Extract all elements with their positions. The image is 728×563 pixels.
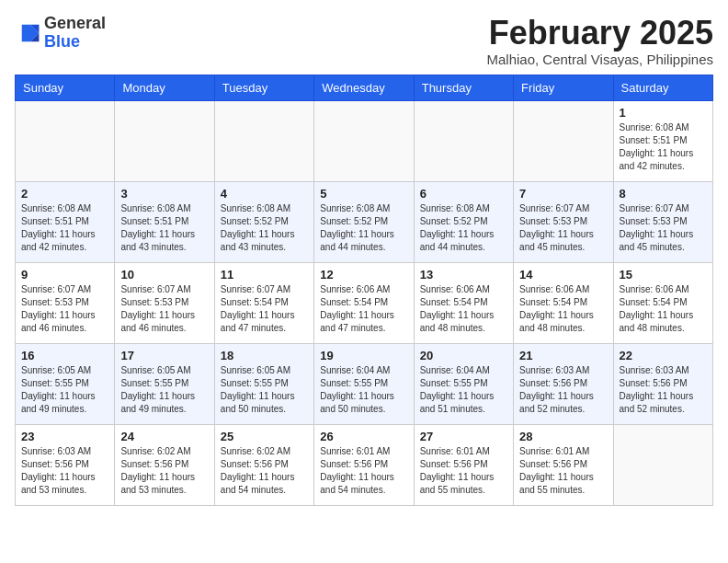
calendar-cell: 27Sunrise: 6:01 AMSunset: 5:56 PMDayligh… bbox=[414, 424, 513, 505]
day-number: 19 bbox=[320, 349, 407, 362]
calendar-cell bbox=[314, 100, 414, 181]
day-number: 10 bbox=[120, 268, 208, 282]
day-info: Sunrise: 6:06 AMSunset: 5:54 PMDaylight:… bbox=[320, 283, 407, 335]
day-info: Sunrise: 6:02 AMSunset: 5:56 PMDaylight:… bbox=[221, 445, 308, 497]
weekday-header-friday: Friday bbox=[514, 75, 613, 100]
calendar-week-row: 16Sunrise: 6:05 AMSunset: 5:55 PMDayligh… bbox=[16, 343, 713, 424]
title-block: February 2025 Malhiao, Central Visayas, … bbox=[486, 15, 713, 67]
day-info: Sunrise: 6:04 AMSunset: 5:55 PMDaylight:… bbox=[320, 364, 407, 416]
day-info: Sunrise: 6:05 AMSunset: 5:55 PMDaylight:… bbox=[221, 364, 308, 416]
day-info: Sunrise: 6:06 AMSunset: 5:54 PMDaylight:… bbox=[519, 283, 607, 335]
day-number: 8 bbox=[620, 187, 707, 201]
calendar-cell: 2Sunrise: 6:08 AMSunset: 5:51 PMDaylight… bbox=[16, 181, 115, 262]
calendar-cell: 3Sunrise: 6:08 AMSunset: 5:51 PMDaylight… bbox=[115, 181, 214, 262]
day-number: 18 bbox=[221, 349, 308, 362]
day-info: Sunrise: 6:06 AMSunset: 5:54 PMDaylight:… bbox=[620, 283, 707, 335]
day-number: 4 bbox=[221, 187, 308, 201]
day-info: Sunrise: 6:08 AMSunset: 5:52 PMDaylight:… bbox=[221, 202, 308, 254]
weekday-header-tuesday: Tuesday bbox=[214, 75, 313, 100]
day-number: 7 bbox=[519, 187, 607, 201]
day-info: Sunrise: 6:01 AMSunset: 5:56 PMDaylight:… bbox=[420, 445, 507, 497]
logo-general: General bbox=[44, 14, 106, 32]
day-number: 2 bbox=[21, 187, 108, 201]
weekday-header-monday: Monday bbox=[115, 75, 214, 100]
day-info: Sunrise: 6:07 AMSunset: 5:53 PMDaylight:… bbox=[519, 202, 607, 254]
day-number: 9 bbox=[21, 268, 108, 282]
day-info: Sunrise: 6:01 AMSunset: 5:56 PMDaylight:… bbox=[519, 445, 607, 497]
day-info: Sunrise: 6:08 AMSunset: 5:51 PMDaylight:… bbox=[120, 202, 208, 254]
day-number: 5 bbox=[320, 187, 407, 201]
day-info: Sunrise: 6:05 AMSunset: 5:55 PMDaylight:… bbox=[120, 364, 208, 416]
calendar-cell: 23Sunrise: 6:03 AMSunset: 5:56 PMDayligh… bbox=[16, 424, 115, 505]
calendar-cell: 10Sunrise: 6:07 AMSunset: 5:53 PMDayligh… bbox=[115, 262, 214, 343]
calendar-cell: 8Sunrise: 6:07 AMSunset: 5:53 PMDaylight… bbox=[613, 181, 712, 262]
logo: General Blue bbox=[15, 15, 106, 52]
logo-blue: Blue bbox=[44, 32, 80, 51]
calendar-cell: 6Sunrise: 6:08 AMSunset: 5:52 PMDaylight… bbox=[414, 181, 513, 262]
day-number: 12 bbox=[320, 268, 407, 282]
day-number: 23 bbox=[21, 430, 108, 443]
calendar-cell: 25Sunrise: 6:02 AMSunset: 5:56 PMDayligh… bbox=[214, 424, 313, 505]
calendar-cell: 5Sunrise: 6:08 AMSunset: 5:52 PMDaylight… bbox=[314, 181, 414, 262]
day-number: 28 bbox=[519, 430, 607, 443]
calendar-cell: 19Sunrise: 6:04 AMSunset: 5:55 PMDayligh… bbox=[314, 343, 414, 424]
calendar-cell: 4Sunrise: 6:08 AMSunset: 5:52 PMDaylight… bbox=[214, 181, 313, 262]
day-info: Sunrise: 6:01 AMSunset: 5:56 PMDaylight:… bbox=[320, 445, 407, 497]
calendar-cell: 18Sunrise: 6:05 AMSunset: 5:55 PMDayligh… bbox=[214, 343, 313, 424]
weekday-header-row: SundayMondayTuesdayWednesdayThursdayFrid… bbox=[16, 75, 713, 100]
day-number: 25 bbox=[221, 430, 308, 443]
day-info: Sunrise: 6:07 AMSunset: 5:53 PMDaylight:… bbox=[120, 283, 208, 335]
calendar-cell bbox=[514, 100, 613, 181]
calendar-cell: 28Sunrise: 6:01 AMSunset: 5:56 PMDayligh… bbox=[514, 424, 613, 505]
day-info: Sunrise: 6:07 AMSunset: 5:54 PMDaylight:… bbox=[221, 283, 308, 335]
day-info: Sunrise: 6:08 AMSunset: 5:51 PMDaylight:… bbox=[620, 121, 707, 173]
logo-text: General Blue bbox=[44, 15, 106, 52]
calendar-table: SundayMondayTuesdayWednesdayThursdayFrid… bbox=[15, 75, 713, 506]
calendar-cell bbox=[613, 424, 712, 505]
day-number: 21 bbox=[519, 349, 607, 362]
calendar-cell: 16Sunrise: 6:05 AMSunset: 5:55 PMDayligh… bbox=[16, 343, 115, 424]
calendar-week-row: 2Sunrise: 6:08 AMSunset: 5:51 PMDaylight… bbox=[16, 181, 713, 262]
day-info: Sunrise: 6:04 AMSunset: 5:55 PMDaylight:… bbox=[420, 364, 507, 416]
calendar-cell: 20Sunrise: 6:04 AMSunset: 5:55 PMDayligh… bbox=[414, 343, 513, 424]
day-number: 14 bbox=[519, 268, 607, 282]
calendar-cell: 7Sunrise: 6:07 AMSunset: 5:53 PMDaylight… bbox=[514, 181, 613, 262]
day-info: Sunrise: 6:03 AMSunset: 5:56 PMDaylight:… bbox=[620, 364, 707, 416]
day-number: 27 bbox=[420, 430, 507, 443]
calendar-cell bbox=[16, 100, 115, 181]
day-number: 3 bbox=[120, 187, 208, 201]
day-info: Sunrise: 6:07 AMSunset: 5:53 PMDaylight:… bbox=[21, 283, 108, 335]
day-number: 15 bbox=[620, 268, 707, 282]
weekday-header-sunday: Sunday bbox=[16, 75, 115, 100]
logo-icon bbox=[15, 20, 40, 46]
day-number: 22 bbox=[620, 349, 707, 362]
calendar-cell: 21Sunrise: 6:03 AMSunset: 5:56 PMDayligh… bbox=[514, 343, 613, 424]
calendar-week-row: 23Sunrise: 6:03 AMSunset: 5:56 PMDayligh… bbox=[16, 424, 713, 505]
calendar-cell: 15Sunrise: 6:06 AMSunset: 5:54 PMDayligh… bbox=[613, 262, 712, 343]
calendar-cell: 12Sunrise: 6:06 AMSunset: 5:54 PMDayligh… bbox=[314, 262, 414, 343]
location: Malhiao, Central Visayas, Philippines bbox=[486, 52, 713, 67]
day-number: 1 bbox=[620, 106, 707, 120]
day-number: 6 bbox=[420, 187, 507, 201]
calendar-cell: 26Sunrise: 6:01 AMSunset: 5:56 PMDayligh… bbox=[314, 424, 414, 505]
calendar-cell: 1Sunrise: 6:08 AMSunset: 5:51 PMDaylight… bbox=[613, 100, 712, 181]
day-info: Sunrise: 6:02 AMSunset: 5:56 PMDaylight:… bbox=[120, 445, 208, 497]
weekday-header-wednesday: Wednesday bbox=[314, 75, 414, 100]
calendar-cell bbox=[214, 100, 313, 181]
calendar-cell bbox=[414, 100, 513, 181]
day-number: 16 bbox=[21, 349, 108, 362]
day-info: Sunrise: 6:03 AMSunset: 5:56 PMDaylight:… bbox=[21, 445, 108, 497]
calendar-cell: 17Sunrise: 6:05 AMSunset: 5:55 PMDayligh… bbox=[115, 343, 214, 424]
calendar-cell bbox=[115, 100, 214, 181]
calendar-cell: 11Sunrise: 6:07 AMSunset: 5:54 PMDayligh… bbox=[214, 262, 313, 343]
day-number: 20 bbox=[420, 349, 507, 362]
day-info: Sunrise: 6:03 AMSunset: 5:56 PMDaylight:… bbox=[519, 364, 607, 416]
calendar-cell: 9Sunrise: 6:07 AMSunset: 5:53 PMDaylight… bbox=[16, 262, 115, 343]
day-info: Sunrise: 6:06 AMSunset: 5:54 PMDaylight:… bbox=[420, 283, 507, 335]
calendar-cell: 13Sunrise: 6:06 AMSunset: 5:54 PMDayligh… bbox=[414, 262, 513, 343]
day-number: 11 bbox=[221, 268, 308, 282]
weekday-header-saturday: Saturday bbox=[613, 75, 712, 100]
day-info: Sunrise: 6:07 AMSunset: 5:53 PMDaylight:… bbox=[620, 202, 707, 254]
calendar-cell: 14Sunrise: 6:06 AMSunset: 5:54 PMDayligh… bbox=[514, 262, 613, 343]
day-number: 24 bbox=[120, 430, 208, 443]
